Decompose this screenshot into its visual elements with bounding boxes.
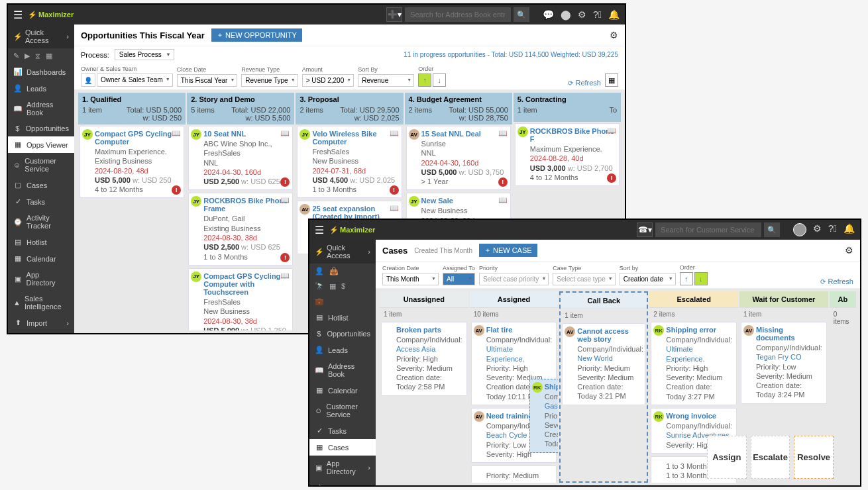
new-opportunity-button[interactable]: ＋ NEW OPPORTUNITY [211, 28, 302, 42]
sidebar-item-calendar[interactable]: ▦Calendar [309, 382, 376, 399]
sidebar-item-calendar[interactable]: ▦Calendar [8, 250, 74, 267]
sort-desc-button[interactable]: ↓ [694, 272, 708, 285]
opportunity-card[interactable]: JY📖Compact GPS Cycling ComputerMaximum E… [80, 126, 184, 198]
sidebar-item-opportunities[interactable]: $Opportunities [8, 121, 74, 136]
cal-icon[interactable]: ▦ [46, 52, 52, 60]
avatar-icon[interactable]: ⬤ [561, 9, 571, 20]
grid-view-icon[interactable]: ▦ [605, 74, 618, 87]
case-card[interactable]: AVMissing documentsCompany/Individual: T… [741, 322, 827, 404]
sidebar-item-customer-service[interactable]: ☺Customer Service [309, 399, 376, 422]
sidebar-item-dashboards[interactable]: 📊Dashboards [8, 64, 74, 80]
view-settings-icon[interactable]: ⚙ [845, 245, 853, 256]
priority-filter[interactable]: Select case priority [479, 273, 549, 285]
assigned-filter[interactable]: All [443, 273, 475, 285]
opportunity-card[interactable]: JY📖ROCKBROS Bike Phone FMaximum Experien… [515, 123, 620, 186]
sidebar-item-opps-viewer[interactable]: ▦Opps Viewer [8, 136, 74, 153]
help-icon[interactable]: ?⃝ [828, 223, 837, 236]
escalate-dropzone[interactable]: Escalate [751, 436, 790, 479]
sidebar-item-cases[interactable]: ▦Cases [309, 439, 376, 456]
new-case-button[interactable]: ＋ NEW CASE [479, 244, 537, 257]
user-icon[interactable]: 👤 [81, 74, 95, 87]
opportunity-card[interactable]: JY📖ROCKBROS Bike Phone FrameDuPont, Gail… [188, 193, 293, 265]
case-card[interactable]: Priority: Medium [471, 466, 557, 483]
avatar-icon[interactable] [793, 223, 806, 236]
book-icon[interactable]: 📖 [607, 126, 616, 135]
sidebar-item-hotlist[interactable]: ▤Hotlist [8, 234, 74, 250]
sortby-filter[interactable]: Creation date [620, 273, 676, 285]
case-card[interactable]: Broken partsCompany/Individual: Access A… [381, 322, 467, 396]
book-icon[interactable]: 📖 [498, 196, 508, 205]
menu-icon[interactable]: ☰ [13, 9, 23, 21]
quick-access[interactable]: ⚡Quick Access› [8, 24, 74, 48]
case-card[interactable]: RKShipping errorCompany/Individual: Ulti… [651, 322, 737, 405]
search-button[interactable]: 🔍 [764, 222, 780, 237]
sidebar-item-address-book[interactable]: 📖Address Book [309, 358, 376, 382]
opportunity-card[interactable]: JY📖Velo Wireless Bike ComputerFreshSales… [297, 126, 402, 198]
sidebar-item-leads[interactable]: 👤Leads [8, 80, 74, 97]
view-settings-icon[interactable]: ⚙ [610, 30, 618, 40]
add-entry-icon[interactable]: ☎▾ [637, 222, 653, 237]
edit-icon[interactable]: ✎ [13, 52, 19, 60]
cal-icon[interactable]: ▦ [329, 282, 336, 291]
timer-icon[interactable]: ⧖ [35, 52, 40, 60]
sortby-filter[interactable]: Revenue [358, 74, 414, 87]
sidebar-item-customer-service[interactable]: ☺Customer Service [8, 153, 74, 177]
gear-icon[interactable]: ⚙ [813, 223, 822, 236]
sidebar-item-cases[interactable]: ▢Cases [8, 177, 74, 193]
sidebar-item-app-directory[interactable]: ▣App Directory [8, 267, 74, 291]
sidebar-item-administration[interactable]: ⚙Administration› [8, 331, 74, 333]
closedate-filter[interactable]: This Fiscal Year [177, 74, 238, 87]
sidebar-item-opportunities[interactable]: $Opportunities [309, 326, 376, 342]
sidebar-item-import[interactable]: ⬆Import› [309, 479, 376, 485]
sort-desc-button[interactable]: ↓ [433, 74, 446, 87]
book-icon[interactable]: 📖 [280, 271, 290, 280]
dollar-icon[interactable]: $ [341, 282, 345, 291]
casetype-filter[interactable]: Select case type [553, 273, 615, 285]
book-icon[interactable]: 📖 [390, 129, 399, 138]
sidebar-item-tasks[interactable]: ✓Tasks [8, 193, 74, 210]
gear-icon[interactable]: ⚙ [578, 9, 586, 20]
book-icon[interactable]: 📖 [172, 129, 181, 138]
cam-icon[interactable]: 👜 [329, 267, 339, 275]
search-button[interactable]: 🔍 [514, 7, 529, 22]
sidebar-item-leads[interactable]: 👤Leads [309, 342, 376, 358]
sidebar-item-import[interactable]: ⬆Import› [8, 315, 74, 331]
menu-icon[interactable]: ☰ [315, 224, 324, 236]
briefcase-icon[interactable]: 💼 [315, 297, 324, 306]
book-icon[interactable]: 📖 [498, 129, 508, 138]
owner-filter[interactable]: Owner & Sales Team [97, 74, 173, 87]
refresh-button[interactable]: ⟳ Refresh [568, 79, 601, 87]
assign-dropzone[interactable]: Assign [707, 436, 747, 479]
sidebar-item-tasks[interactable]: ✓Tasks [309, 422, 376, 439]
sidebar-item-hotlist[interactable]: ▤Hotlist [309, 309, 376, 326]
sort-asc-button[interactable]: ↑ [418, 74, 431, 87]
sidebar-item-activity-tracker[interactable]: ⌚Activity Tracker [8, 210, 74, 234]
process-select[interactable]: Sales Process [115, 49, 174, 60]
refresh-button[interactable]: ⟳ Refresh [820, 277, 853, 285]
dragging-card[interactable]: RKShipping errorCompany/Individual:Gas Z… [529, 379, 559, 453]
bell-icon[interactable]: 🔔 [843, 223, 855, 236]
sidebar-item-address-book[interactable]: 📖Address Book [8, 97, 74, 121]
sort-asc-button[interactable]: ↑ [680, 272, 693, 285]
sidebar-item-app-directory[interactable]: ▣App Directory› [309, 456, 376, 479]
opportunity-card[interactable]: JY📖Compact GPS Cycling Computer with Tou… [188, 268, 293, 330]
edit-icon[interactable]: 👤 [315, 267, 324, 275]
search-input[interactable] [405, 7, 511, 22]
binoculars-icon[interactable]: 🔭 [315, 282, 324, 291]
search-input[interactable] [655, 222, 761, 237]
book-icon[interactable]: 📖 [280, 196, 290, 205]
opportunity-card[interactable]: AV📖15 Seat NNL DealSunriseNNL2024-04-30,… [406, 126, 511, 190]
creationdate-filter[interactable]: This Month [382, 273, 439, 285]
bell-icon[interactable]: 🔔 [608, 9, 620, 20]
sidebar-item-sales-intelligence[interactable]: ▲Sales Intelligence [8, 291, 74, 315]
amount-filter[interactable]: > USD 2,200 [302, 74, 354, 87]
help-icon[interactable]: ?⃝ [593, 9, 602, 20]
quick-access[interactable]: ⚡Quick Access› [309, 240, 376, 264]
book-icon[interactable]: 📖 [390, 204, 399, 213]
resolve-dropzone[interactable]: Resolve [794, 436, 834, 479]
chat-icon[interactable]: 💬 [543, 9, 554, 20]
book-icon[interactable]: 📖 [280, 129, 290, 138]
opportunity-card[interactable]: JY📖10 Seat NNLABC Wine Shop Inc., FreshS… [188, 126, 293, 190]
revenue-filter[interactable]: Revenue Type [241, 74, 298, 87]
case-card[interactable]: AVCannot access web storyCompany/Individ… [562, 323, 645, 405]
